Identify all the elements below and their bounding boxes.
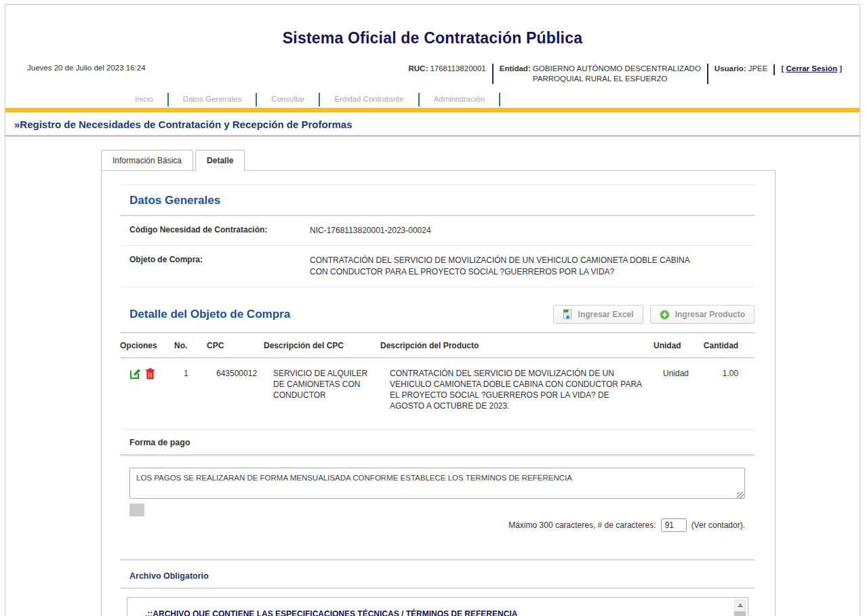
col-unidad: Unidad	[653, 340, 702, 352]
archivo-obligatorio-heading: Archivo Obligatorio	[120, 571, 755, 581]
row-no: 1	[184, 358, 216, 411]
header-info-row: Jueves 20 de Julio del 2023 16:24 RUC: 1…	[5, 64, 860, 84]
delete-icon[interactable]	[145, 368, 155, 379]
datos-generales-heading: Datos Generales	[120, 194, 755, 207]
row-divider	[120, 287, 755, 287]
tab-bar: Información Básica Detalle	[101, 150, 860, 170]
header-separator	[707, 64, 708, 84]
ingresar-producto-button[interactable]: Ingresar Producto	[650, 305, 755, 324]
page-title: »Registro de Necesidades de Contratación…	[14, 119, 860, 130]
logout-bracket-open: [	[781, 64, 784, 73]
ruc-label: RUC:	[408, 64, 428, 73]
section-top-rule	[120, 429, 755, 430]
archivo-box-title: .::ARCHIVO QUE CONTIENE LAS ESPECIFICACI…	[145, 609, 721, 616]
archivo-box: .::ARCHIVO QUE CONTIENE LAS ESPECIFICACI…	[127, 597, 748, 616]
char-counter-row: Máximo 300 caracteres, # de caracteres: …	[120, 518, 745, 532]
user-block: Usuario: JPEE	[715, 64, 768, 73]
row-cantidad: 1.00	[711, 358, 755, 411]
nav-item-datos-generales[interactable]: Datos Generales	[169, 93, 257, 106]
row-options-cell	[129, 358, 184, 411]
ingresar-excel-button[interactable]: Ingresar Excel	[553, 305, 643, 324]
codigo-necesidad-row: Código Necesidad de Contratación: NIC-17…	[120, 216, 755, 245]
nav-item-entidad-contratante[interactable]: Entidad Contratante	[320, 93, 419, 106]
row-cpc-desc: SERVICIO DE ALQUILER DE CAMIONETAS CON C…	[273, 358, 382, 411]
user-label: Usuario:	[715, 64, 746, 73]
accent-bar	[5, 108, 860, 112]
title-divider	[5, 135, 860, 137]
ingresar-producto-label: Ingresar Producto	[675, 310, 745, 319]
heading-divider	[120, 588, 755, 589]
logout-bracket-close: ]	[839, 64, 842, 73]
char-counter-label: Máximo 300 caracteres, # de caracteres:	[508, 520, 656, 530]
row-unidad: Unidad	[663, 358, 711, 411]
ruc-value: 1768113820001	[430, 64, 485, 73]
col-opciones: Opciones	[120, 340, 174, 352]
scrollbar-thumb[interactable]	[734, 611, 746, 616]
forma-pago-textarea[interactable]: LOS PAGOS SE REALIZARAN DE FORMA MENSUAL…	[129, 468, 745, 499]
app-title: Sistema Oficial de Contratación Pública	[5, 29, 860, 47]
entity-line2: PARROQUIAL RURAL EL ESFUERZO	[533, 75, 668, 83]
edit-icon[interactable]	[129, 368, 141, 379]
plus-circle-icon	[660, 310, 670, 320]
tab-content-panel: Datos Generales Código Necesidad de Cont…	[101, 170, 776, 616]
ruc-block: RUC: 1768113820001	[408, 64, 485, 73]
items-table-header: Opciones No. CPC Descripción del CPC Des…	[120, 333, 755, 357]
forma-pago-field-wrap: LOS PAGOS SE REALIZARAN DE FORMA MENSUAL…	[129, 468, 745, 501]
nav-item-inicio[interactable]: Inicio	[121, 93, 169, 106]
detalle-objeto-header-row: Detalle del Objeto de Compra Ingresar Ex…	[120, 305, 755, 332]
header-separator	[773, 64, 775, 75]
char-count-input[interactable]	[661, 518, 687, 532]
logout-link[interactable]: Cerrar Sesión	[786, 64, 837, 73]
archivo-scrollbar[interactable]	[734, 600, 746, 616]
datetime: Jueves 20 de Julio del 2023 16:24	[27, 64, 146, 72]
forma-pago-heading: Forma de pago	[120, 438, 755, 447]
codigo-necesidad-value: NIC-1768113820001-2023-00024	[310, 225, 710, 237]
row-cpc: 643500012	[216, 358, 273, 411]
main-nav: Inicio Datos Generales Consultar Entidad…	[5, 93, 860, 106]
detalle-objeto-heading: Detalle del Objeto de Compra	[120, 308, 290, 321]
entity-block: Entidad: GOBIERNO AUTÓNOMO DESCENTRALIZA…	[500, 64, 701, 84]
entity-label: Entidad:	[500, 64, 531, 73]
col-no: No.	[174, 340, 207, 352]
ver-contador-label: (Ver contador).	[691, 520, 745, 530]
page-container: Sistema Oficial de Contratación Pública …	[5, 4, 860, 616]
col-cantidad: Cantidad	[702, 340, 746, 352]
objeto-compra-row: Objeto de Compra: CONTRATACIÓN DEL SERVI…	[120, 246, 755, 287]
scroll-up-icon[interactable]	[734, 600, 746, 611]
nav-item-consultar[interactable]: Consultar	[257, 93, 320, 106]
row-producto-desc: CONTRATACIÓN DEL SERVICIO DE MOVILIZACIÓ…	[390, 358, 651, 411]
col-desc-producto: Descripción del Producto	[380, 340, 653, 352]
heading-divider	[120, 454, 755, 456]
col-cpc: CPC	[207, 340, 264, 352]
section-top-rule	[120, 184, 755, 185]
logout-block: [ Cerrar Sesión ]	[781, 64, 842, 73]
tab-informacion-basica[interactable]: Información Básica	[101, 150, 193, 170]
header-separator	[492, 64, 494, 84]
section-top-rule	[120, 559, 755, 560]
objeto-compra-value: CONTRATACIÓN DEL SERVICIO DE MOVILIZACIÓ…	[310, 255, 710, 278]
excel-icon	[563, 309, 573, 320]
codigo-necesidad-label: Código Necesidad de Contratación:	[129, 225, 310, 237]
tab-detalle[interactable]: Detalle	[195, 150, 245, 171]
nav-item-administracion[interactable]: Administración	[420, 93, 500, 106]
col-desc-cpc: Descripción del CPC	[264, 340, 380, 352]
ingresar-excel-label: Ingresar Excel	[578, 310, 634, 319]
table-row: 1 643500012 SERVICIO DE ALQUILER DE CAMI…	[120, 358, 755, 411]
entity-line1: GOBIERNO AUTÓNOMO DESCENTRALIZADO	[533, 64, 701, 73]
objeto-compra-label: Objeto de Compra:	[129, 255, 310, 278]
user-value: JPEE	[748, 64, 768, 73]
textarea-corner-box	[129, 504, 144, 516]
